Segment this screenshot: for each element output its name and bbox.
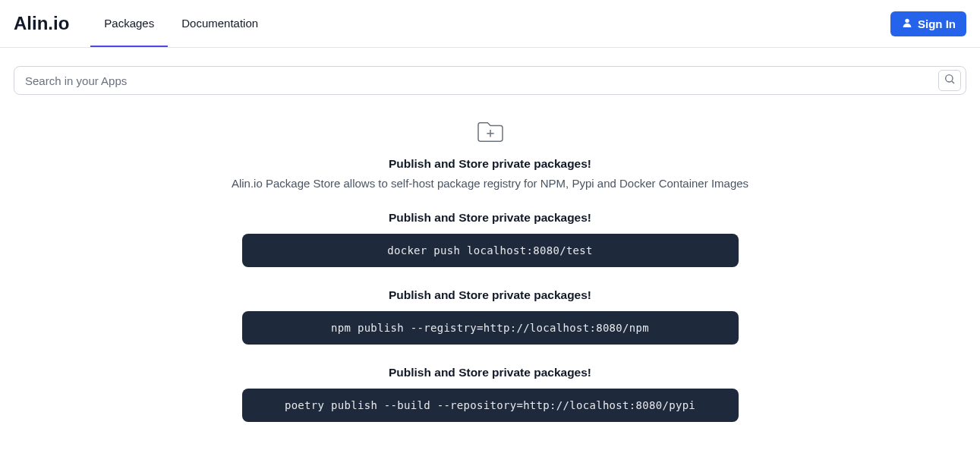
- search-button[interactable]: [938, 70, 961, 91]
- example-poetry: Publish and Store private packages! poet…: [141, 366, 840, 422]
- code-block: poetry publish --build --repository=http…: [242, 389, 739, 422]
- example-title: Publish and Store private packages!: [141, 288, 840, 302]
- main-content: Publish and Store private packages! Alin…: [126, 110, 855, 469]
- search-icon: [944, 73, 956, 88]
- navbar: Alin.io Packages Documentation Sign In: [0, 0, 980, 48]
- svg-line-2: [952, 81, 954, 83]
- example-title: Publish and Store private packages!: [141, 211, 840, 225]
- example-docker: Publish and Store private packages! dock…: [141, 211, 840, 267]
- code-block: npm publish --registry=http://localhost:…: [242, 311, 739, 345]
- svg-point-0: [905, 18, 909, 22]
- intro-description: Alin.io Package Store allows to self-hos…: [141, 177, 840, 190]
- svg-point-1: [946, 75, 953, 82]
- intro-heading: Publish and Store private packages!: [141, 157, 840, 171]
- search-input[interactable]: [25, 74, 938, 87]
- nav-documentation[interactable]: Documentation: [168, 0, 272, 47]
- sign-in-button[interactable]: Sign In: [890, 11, 966, 36]
- example-title: Publish and Store private packages!: [141, 366, 840, 379]
- code-block: docker push localhost:8080/test: [242, 234, 739, 267]
- navbar-left: Alin.io Packages Documentation: [14, 0, 272, 47]
- sign-in-label: Sign In: [918, 17, 956, 30]
- search-wrapper: [14, 66, 966, 95]
- nav-packages[interactable]: Packages: [90, 0, 168, 47]
- example-npm: Publish and Store private packages! npm …: [141, 288, 840, 345]
- folder-plus-icon: [476, 119, 505, 143]
- user-icon: [901, 17, 913, 31]
- search-container: [0, 48, 980, 110]
- logo[interactable]: Alin.io: [14, 13, 69, 34]
- nav-links: Packages Documentation: [90, 0, 272, 47]
